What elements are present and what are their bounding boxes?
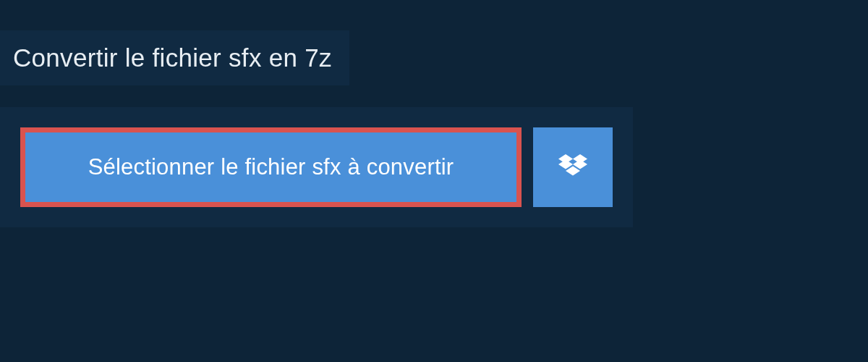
dropbox-icon <box>558 154 587 180</box>
heading-bar: Convertir le fichier sfx en 7z <box>0 30 349 85</box>
page-title: Convertir le fichier sfx en 7z <box>13 43 332 72</box>
select-file-button[interactable]: Sélectionner le fichier sfx à convertir <box>20 127 522 207</box>
select-file-label: Sélectionner le fichier sfx à convertir <box>88 154 454 180</box>
upload-panel: Sélectionner le fichier sfx à convertir <box>0 107 633 227</box>
dropbox-button[interactable] <box>533 127 613 207</box>
